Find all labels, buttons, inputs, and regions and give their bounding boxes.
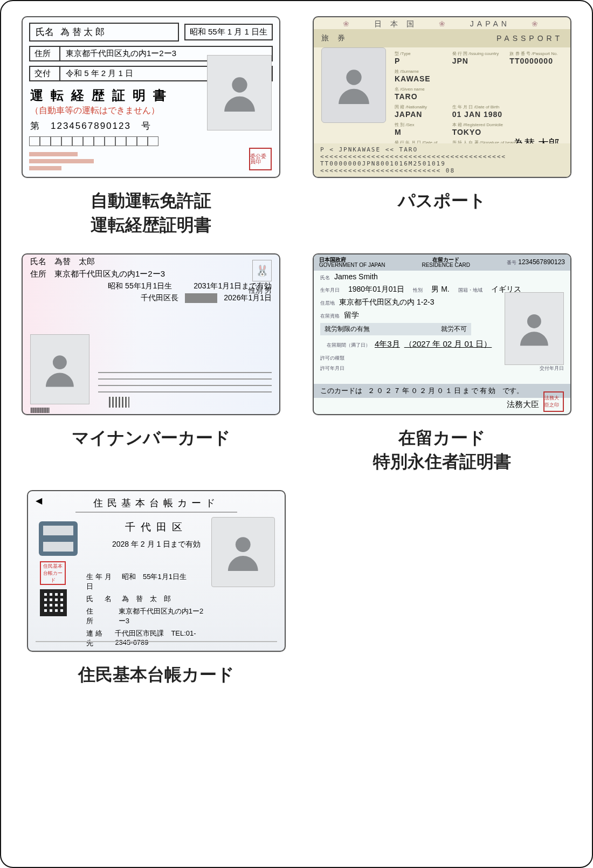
svg-point-4 bbox=[236, 537, 251, 552]
jk-addr: 東京都千代田区丸の内1ー2ー3 bbox=[119, 607, 204, 626]
jk-title: 住民基本台帳カード bbox=[28, 497, 285, 509]
pp-dob: 01 JAN 1980 bbox=[452, 110, 503, 119]
jk-chip-icon bbox=[39, 521, 78, 556]
mn-dob: 昭和 55年1月1日生 bbox=[108, 281, 172, 291]
rc-valid: ２０２７年０２月０１日まで有効 bbox=[368, 386, 497, 396]
jk-photo bbox=[211, 517, 275, 587]
svg-point-0 bbox=[232, 78, 247, 93]
jk-dob: 昭和 55年1月1日生 bbox=[122, 572, 187, 591]
mynumber-card: 🐰 氏名 為替 太郎 住所 東京都千代田区丸の内1ー2ー3 性別 男 昭和 55… bbox=[22, 253, 280, 415]
pp-band-jp: 旅 券 bbox=[321, 33, 348, 43]
mn-addr: 東京都千代田区丸の内1ー2ー3 bbox=[54, 269, 165, 278]
jk-stamp: 住民基本台帳カード bbox=[40, 561, 66, 585]
dl-photo bbox=[207, 55, 272, 130]
pp-number: TT0000000 bbox=[509, 57, 553, 65]
rc-number: 1234567890123 bbox=[518, 258, 565, 266]
jk-contact: 千代田区市民課 TEL:01-2345-6789 bbox=[115, 629, 204, 648]
passport-card: ❀日 本 国❀JAPAN❀ 旅 券PASSPORT 型 /TypeP 発 行 国… bbox=[313, 16, 571, 178]
caption-rc: 在留カード 特別永住者証明書 bbox=[373, 426, 511, 474]
caption-jk: 住民基本台帳カード bbox=[78, 663, 235, 687]
mn-issuer: 千代田区長 bbox=[141, 293, 178, 303]
mn-name: 為替 太郎 bbox=[54, 257, 95, 266]
mn-sex: 男 bbox=[265, 286, 272, 294]
svg-point-3 bbox=[527, 314, 541, 328]
dl-num-suffix: 号 bbox=[141, 121, 151, 131]
arrow-icon: ◀ bbox=[36, 495, 42, 506]
caption-mn: マイナンバーカード bbox=[72, 426, 231, 450]
qr-icon bbox=[40, 589, 67, 616]
dl-addr-label: 住所 bbox=[29, 46, 59, 61]
rc-period: 4年3月 bbox=[375, 339, 400, 349]
rabbit-icon: 🐰 bbox=[252, 260, 272, 281]
rc-name: James Smith bbox=[334, 272, 378, 281]
rc-addr: 東京都千代田区丸の内 1-2-3 bbox=[339, 298, 435, 307]
rc-dob: 1980年01月01日 bbox=[348, 285, 404, 294]
driving-history-card: 氏名為 替 太 郎 昭和 55年 1 月 1 日生 住所東京都千代田区丸の内1ー… bbox=[22, 16, 280, 178]
pp-country-en: JAPAN bbox=[470, 19, 510, 29]
mn-chip-icon bbox=[109, 397, 129, 408]
caption-pp: パスポート bbox=[398, 189, 486, 213]
dl-number: 1234567890123 bbox=[51, 121, 131, 131]
pp-surname: KAWASE bbox=[395, 74, 431, 83]
pp-dom: TOKYO bbox=[452, 128, 482, 136]
juki-card: ◀ 住民基本台帳カード 千代田区 2028 年 2 月 1 日まで有効 住民基本… bbox=[27, 490, 286, 652]
rc-sex: 男 M. bbox=[431, 285, 449, 294]
document-page: 氏名為 替 太 郎 昭和 55年 1 月 1 日生 住所東京都千代田区丸の内1ー… bbox=[0, 0, 593, 868]
pp-band-en: PASSPORT bbox=[497, 34, 563, 43]
dl-num-label: 第 bbox=[30, 121, 40, 131]
pp-mrz1: P < JPNKAWASE << TARO <<<<<<<<<<<<<<<<<<… bbox=[320, 146, 564, 160]
dl-issue-label: 交付 bbox=[29, 66, 59, 81]
dl-stamp: 委公委員印 bbox=[249, 148, 272, 170]
rc-stamp: 法務大臣之印 bbox=[543, 391, 564, 412]
rc-period-date: （2027 年 02 月 01 日） bbox=[404, 339, 492, 349]
mn-barcode: ||||||||||||||||||| bbox=[30, 407, 49, 413]
pp-issuing: JPN bbox=[452, 57, 468, 65]
rc-minister: 法務大臣 bbox=[507, 399, 539, 410]
rc-photo bbox=[505, 292, 564, 365]
residence-card: 日本国政府GOVERNMENT OF JAPAN 在留カードRESIDENCE … bbox=[313, 253, 571, 415]
svg-point-2 bbox=[53, 355, 67, 369]
pp-mrz2: TT0000000JPN8001016M2501019 <<<<<<<<<<<<… bbox=[320, 160, 564, 174]
pp-nat: JAPAN bbox=[395, 110, 422, 119]
pp-country-jp: 日 本 国 bbox=[374, 19, 417, 29]
rc-restrict: 就労不可 bbox=[441, 325, 467, 334]
pp-given: TARO bbox=[395, 92, 418, 101]
mn-photo bbox=[30, 334, 89, 404]
dl-name: 為 替 太 郎 bbox=[60, 26, 105, 38]
pp-type: P bbox=[395, 57, 400, 65]
caption-dl: 自動運転免許証 運転経歴証明書 bbox=[91, 189, 211, 237]
rc-status: 留学 bbox=[344, 311, 359, 320]
pp-sex: M bbox=[395, 128, 402, 136]
dl-name-label: 氏名 bbox=[36, 26, 54, 38]
jk-name: 為 替 太 郎 bbox=[122, 594, 171, 604]
dl-dob: 昭和 55年 1 月 1 日生 bbox=[184, 24, 273, 40]
